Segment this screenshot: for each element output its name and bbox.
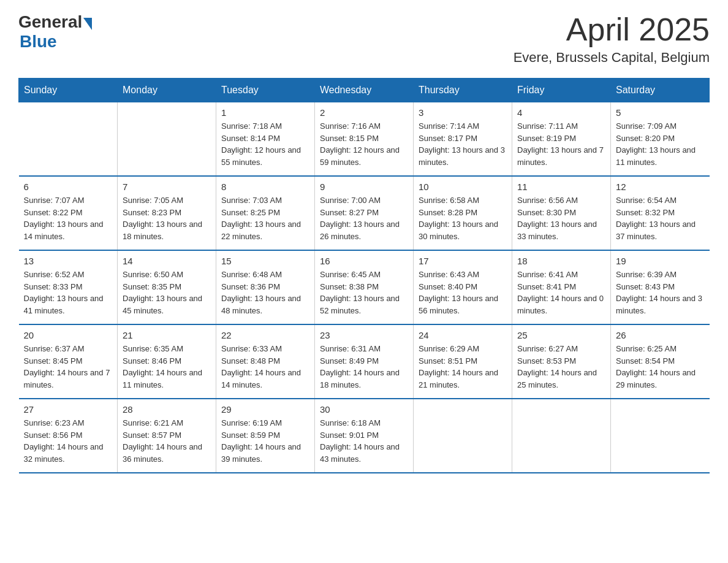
day-number: 24 bbox=[419, 330, 507, 340]
calendar-body: 1Sunrise: 7:18 AMSunset: 8:14 PMDaylight… bbox=[19, 102, 710, 473]
day-number: 2 bbox=[320, 107, 408, 118]
table-row: 22Sunrise: 6:33 AMSunset: 8:48 PMDayligh… bbox=[216, 324, 315, 399]
calendar-table: Sunday Monday Tuesday Wednesday Thursday… bbox=[18, 78, 710, 473]
day-number: 13 bbox=[24, 256, 113, 266]
day-info: Sunrise: 6:52 AMSunset: 8:33 PMDaylight:… bbox=[24, 269, 113, 316]
calendar-week-row: 13Sunrise: 6:52 AMSunset: 8:33 PMDayligh… bbox=[19, 250, 710, 324]
day-number: 16 bbox=[320, 256, 408, 266]
calendar-week-row: 1Sunrise: 7:18 AMSunset: 8:14 PMDaylight… bbox=[19, 102, 710, 177]
day-number: 27 bbox=[24, 404, 113, 415]
day-number: 20 bbox=[24, 330, 113, 340]
table-row: 13Sunrise: 6:52 AMSunset: 8:33 PMDayligh… bbox=[19, 250, 118, 324]
table-row: 8Sunrise: 7:03 AMSunset: 8:25 PMDaylight… bbox=[216, 176, 315, 250]
day-number: 28 bbox=[123, 404, 211, 415]
day-number: 6 bbox=[24, 182, 113, 192]
header-row: Sunday Monday Tuesday Wednesday Thursday… bbox=[19, 79, 710, 102]
day-info: Sunrise: 6:39 AMSunset: 8:43 PMDaylight:… bbox=[616, 269, 705, 316]
day-number: 3 bbox=[419, 107, 507, 118]
day-info: Sunrise: 7:05 AMSunset: 8:23 PMDaylight:… bbox=[123, 194, 211, 242]
day-info: Sunrise: 6:58 AMSunset: 8:28 PMDaylight:… bbox=[419, 194, 507, 242]
table-row bbox=[512, 399, 611, 473]
table-row: 28Sunrise: 6:21 AMSunset: 8:57 PMDayligh… bbox=[118, 399, 216, 473]
logo-general: General bbox=[18, 12, 82, 32]
day-info: Sunrise: 6:48 AMSunset: 8:36 PMDaylight:… bbox=[221, 269, 309, 316]
location-title: Evere, Brussels Capital, Belgium bbox=[514, 50, 710, 66]
table-row: 27Sunrise: 6:23 AMSunset: 8:56 PMDayligh… bbox=[19, 399, 118, 473]
table-row: 5Sunrise: 7:09 AMSunset: 8:20 PMDaylight… bbox=[611, 102, 710, 177]
day-info: Sunrise: 6:56 AMSunset: 8:30 PMDaylight:… bbox=[517, 194, 605, 242]
day-info: Sunrise: 7:14 AMSunset: 8:17 PMDaylight:… bbox=[419, 120, 507, 168]
table-row: 21Sunrise: 6:35 AMSunset: 8:46 PMDayligh… bbox=[118, 324, 216, 399]
day-info: Sunrise: 7:11 AMSunset: 8:19 PMDaylight:… bbox=[517, 120, 605, 168]
day-number: 5 bbox=[616, 107, 705, 118]
day-number: 1 bbox=[221, 107, 309, 118]
table-row: 23Sunrise: 6:31 AMSunset: 8:49 PMDayligh… bbox=[315, 324, 414, 399]
day-info: Sunrise: 6:21 AMSunset: 8:57 PMDaylight:… bbox=[123, 417, 211, 465]
table-row: 17Sunrise: 6:43 AMSunset: 8:40 PMDayligh… bbox=[414, 250, 512, 324]
table-row: 18Sunrise: 6:41 AMSunset: 8:41 PMDayligh… bbox=[512, 250, 611, 324]
table-row: 26Sunrise: 6:25 AMSunset: 8:54 PMDayligh… bbox=[611, 324, 710, 399]
day-number: 11 bbox=[517, 182, 605, 192]
table-row: 7Sunrise: 7:05 AMSunset: 8:23 PMDaylight… bbox=[118, 176, 216, 250]
day-info: Sunrise: 6:50 AMSunset: 8:35 PMDaylight:… bbox=[123, 269, 211, 316]
day-number: 30 bbox=[320, 404, 408, 415]
day-info: Sunrise: 7:09 AMSunset: 8:20 PMDaylight:… bbox=[616, 120, 705, 168]
day-info: Sunrise: 6:33 AMSunset: 8:48 PMDaylight:… bbox=[221, 343, 309, 391]
day-info: Sunrise: 6:25 AMSunset: 8:54 PMDaylight:… bbox=[616, 343, 705, 391]
day-number: 15 bbox=[221, 256, 309, 266]
table-row: 15Sunrise: 6:48 AMSunset: 8:36 PMDayligh… bbox=[216, 250, 315, 324]
day-number: 22 bbox=[221, 330, 309, 340]
day-info: Sunrise: 7:18 AMSunset: 8:14 PMDaylight:… bbox=[221, 120, 309, 168]
col-monday: Monday bbox=[118, 79, 216, 102]
day-info: Sunrise: 6:43 AMSunset: 8:40 PMDaylight:… bbox=[419, 269, 507, 316]
table-row: 9Sunrise: 7:00 AMSunset: 8:27 PMDaylight… bbox=[315, 176, 414, 250]
table-row: 1Sunrise: 7:18 AMSunset: 8:14 PMDaylight… bbox=[216, 102, 315, 177]
day-number: 23 bbox=[320, 330, 408, 340]
table-row bbox=[118, 102, 216, 177]
table-row: 3Sunrise: 7:14 AMSunset: 8:17 PMDaylight… bbox=[414, 102, 512, 177]
day-info: Sunrise: 6:19 AMSunset: 8:59 PMDaylight:… bbox=[221, 417, 309, 465]
calendar-week-row: 20Sunrise: 6:37 AMSunset: 8:45 PMDayligh… bbox=[19, 324, 710, 399]
day-number: 4 bbox=[517, 107, 605, 118]
table-row bbox=[611, 399, 710, 473]
page-header: General Blue April 2025 Evere, Brussels … bbox=[18, 12, 710, 66]
day-number: 18 bbox=[517, 256, 605, 266]
day-info: Sunrise: 7:03 AMSunset: 8:25 PMDaylight:… bbox=[221, 194, 309, 242]
day-number: 25 bbox=[517, 330, 605, 340]
day-number: 10 bbox=[419, 182, 507, 192]
table-row: 25Sunrise: 6:27 AMSunset: 8:53 PMDayligh… bbox=[512, 324, 611, 399]
col-saturday: Saturday bbox=[611, 79, 710, 102]
col-wednesday: Wednesday bbox=[315, 79, 414, 102]
day-info: Sunrise: 6:31 AMSunset: 8:49 PMDaylight:… bbox=[320, 343, 408, 391]
day-number: 26 bbox=[616, 330, 705, 340]
day-number: 8 bbox=[221, 182, 309, 192]
table-row: 12Sunrise: 6:54 AMSunset: 8:32 PMDayligh… bbox=[611, 176, 710, 250]
table-row: 29Sunrise: 6:19 AMSunset: 8:59 PMDayligh… bbox=[216, 399, 315, 473]
calendar-week-row: 27Sunrise: 6:23 AMSunset: 8:56 PMDayligh… bbox=[19, 399, 710, 473]
day-info: Sunrise: 6:37 AMSunset: 8:45 PMDaylight:… bbox=[24, 343, 113, 391]
day-number: 7 bbox=[123, 182, 211, 192]
day-info: Sunrise: 7:00 AMSunset: 8:27 PMDaylight:… bbox=[320, 194, 408, 242]
table-row bbox=[414, 399, 512, 473]
day-number: 17 bbox=[419, 256, 507, 266]
logo: General Blue bbox=[18, 12, 92, 52]
day-number: 21 bbox=[123, 330, 211, 340]
table-row: 14Sunrise: 6:50 AMSunset: 8:35 PMDayligh… bbox=[118, 250, 216, 324]
day-info: Sunrise: 7:07 AMSunset: 8:22 PMDaylight:… bbox=[24, 194, 113, 242]
table-row: 19Sunrise: 6:39 AMSunset: 8:43 PMDayligh… bbox=[611, 250, 710, 324]
table-row: 2Sunrise: 7:16 AMSunset: 8:15 PMDaylight… bbox=[315, 102, 414, 177]
day-info: Sunrise: 6:41 AMSunset: 8:41 PMDaylight:… bbox=[517, 269, 605, 316]
day-number: 12 bbox=[616, 182, 705, 192]
table-row: 20Sunrise: 6:37 AMSunset: 8:45 PMDayligh… bbox=[19, 324, 118, 399]
day-number: 14 bbox=[123, 256, 211, 266]
day-info: Sunrise: 6:54 AMSunset: 8:32 PMDaylight:… bbox=[616, 194, 705, 242]
day-info: Sunrise: 6:27 AMSunset: 8:53 PMDaylight:… bbox=[517, 343, 605, 391]
day-info: Sunrise: 7:16 AMSunset: 8:15 PMDaylight:… bbox=[320, 120, 408, 168]
col-friday: Friday bbox=[512, 79, 611, 102]
col-thursday: Thursday bbox=[414, 79, 512, 102]
table-row: 6Sunrise: 7:07 AMSunset: 8:22 PMDaylight… bbox=[19, 176, 118, 250]
month-title: April 2025 bbox=[514, 12, 710, 47]
table-row: 4Sunrise: 7:11 AMSunset: 8:19 PMDaylight… bbox=[512, 102, 611, 177]
day-info: Sunrise: 6:29 AMSunset: 8:51 PMDaylight:… bbox=[419, 343, 507, 391]
logo-triangle-icon bbox=[83, 18, 92, 30]
